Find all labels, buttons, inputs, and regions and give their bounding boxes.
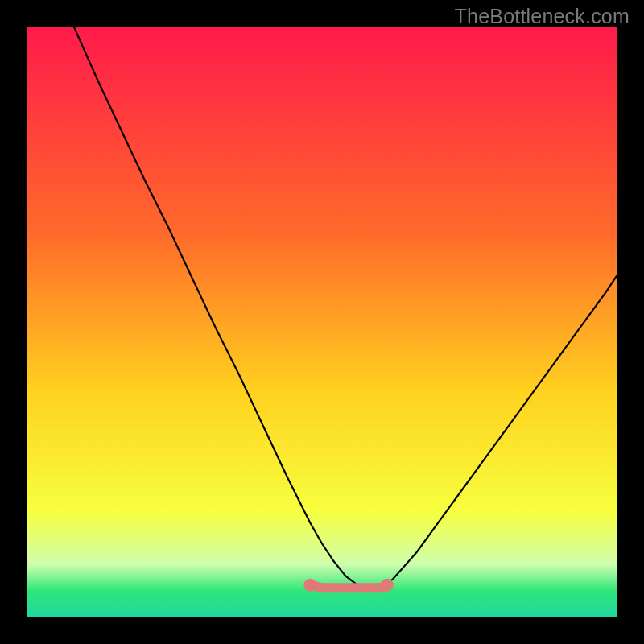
svg-rect-0 bbox=[27, 27, 617, 617]
watermark-text: TheBottleneck.com bbox=[455, 5, 630, 28]
plot-area bbox=[27, 27, 617, 617]
gradient-background bbox=[27, 27, 617, 617]
chart-frame: TheBottleneck.com bbox=[0, 0, 644, 644]
